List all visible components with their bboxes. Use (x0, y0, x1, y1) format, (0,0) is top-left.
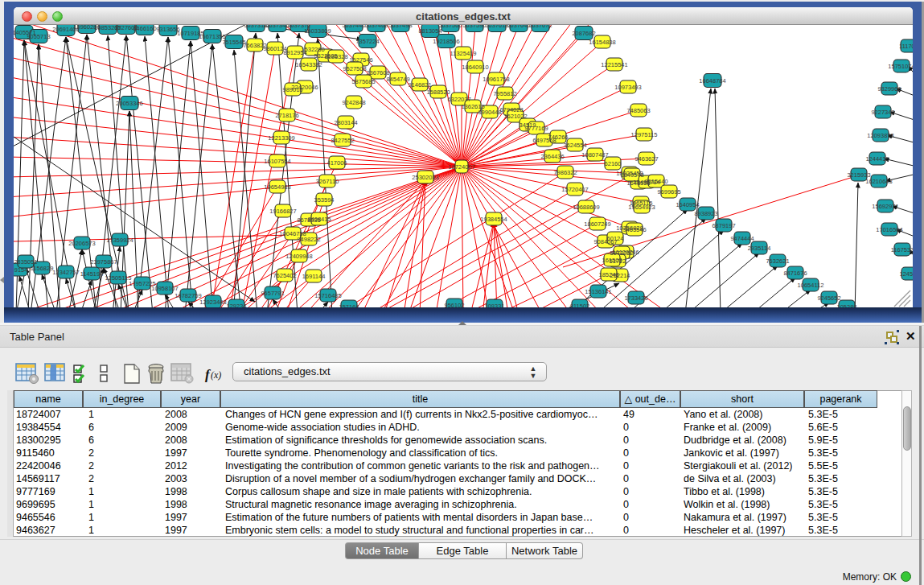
svg-text:1527546: 1527546 (349, 56, 372, 64)
svg-text:9474444: 9474444 (730, 235, 754, 242)
svg-text:109331: 109331 (484, 303, 504, 308)
svg-text:10958107: 10958107 (151, 285, 178, 292)
svg-text:9329966: 9329966 (877, 85, 901, 93)
svg-text:60124: 60124 (607, 235, 624, 242)
svg-text:12342757: 12342757 (52, 269, 79, 276)
svg-text:9498222: 9498222 (297, 236, 320, 243)
svg-text:7986322: 7986322 (553, 169, 577, 176)
svg-text:10973493: 10973493 (614, 84, 641, 91)
svg-text:17016504: 17016504 (876, 226, 902, 233)
svg-text:2364436: 2364436 (540, 153, 564, 160)
svg-text:8186328: 8186328 (324, 53, 347, 60)
svg-text:10807487: 10807487 (581, 151, 608, 159)
svg-text:5637645: 5637645 (507, 25, 530, 29)
svg-text:5637468: 5637468 (364, 25, 388, 29)
svg-text:19166827: 19166827 (269, 208, 296, 215)
svg-text:157164: 157164 (339, 303, 359, 308)
svg-text:23975867: 23975867 (90, 258, 117, 266)
svg-text:6879197: 6879197 (712, 222, 735, 229)
svg-text:5875685: 5875685 (351, 78, 375, 85)
svg-text:3215933: 3215933 (847, 171, 870, 179)
svg-text:956102: 956102 (444, 302, 464, 308)
svg-text:6322037: 6322037 (447, 96, 470, 103)
svg-text:16543382: 16543382 (295, 61, 322, 68)
svg-text:20053346: 20053346 (116, 100, 142, 107)
svg-text:19654983: 19654983 (264, 183, 290, 191)
svg-text:9146821: 9146821 (408, 81, 431, 89)
svg-text:19218506: 19218506 (433, 38, 459, 45)
svg-text:2087682: 2087682 (572, 30, 595, 37)
svg-text:8990448: 8990448 (478, 109, 501, 116)
svg-text:111702: 111702 (899, 43, 913, 50)
svg-text:8471676: 8471676 (783, 270, 807, 277)
svg-text:20206573: 20206573 (68, 240, 95, 247)
svg-text:12213309: 12213309 (268, 134, 294, 142)
svg-text:9245652: 9245652 (817, 295, 840, 302)
svg-text:8427552: 8427552 (331, 137, 354, 144)
svg-text:2718176: 2718176 (275, 112, 298, 119)
svg-text:746266: 746266 (548, 134, 568, 141)
svg-text:12409948: 12409948 (285, 253, 312, 260)
svg-text:12093873: 12093873 (867, 132, 893, 139)
svg-text:7485063: 7485063 (626, 107, 650, 114)
svg-text:16033809: 16033809 (304, 27, 331, 35)
svg-text:3624554: 3624554 (563, 142, 586, 149)
svg-text:10961758: 10961758 (483, 76, 509, 83)
svg-text:353594: 353594 (314, 196, 334, 204)
svg-text:9313656: 9313656 (156, 26, 179, 33)
svg-text:18640910: 18640910 (462, 64, 488, 71)
svg-text:12215541: 12215541 (601, 61, 627, 68)
svg-text:17359924: 17359924 (106, 237, 133, 244)
svg-text:11325419: 11325419 (450, 50, 477, 57)
svg-text:989016: 989016 (282, 86, 302, 93)
svg-text:9777169: 9777169 (524, 125, 548, 132)
svg-text:124501: 124501 (899, 270, 913, 278)
svg-text:5637560: 5637560 (438, 25, 462, 29)
svg-text:15136141: 15136141 (585, 288, 611, 295)
svg-text:5637672: 5637672 (528, 25, 552, 29)
svg-text:417006: 417006 (326, 159, 347, 167)
svg-text:5637590: 5637590 (462, 25, 486, 29)
svg-text:1849578: 1849578 (620, 171, 643, 179)
svg-text:12923448: 12923448 (199, 299, 226, 306)
svg-text:1621022: 1621022 (503, 113, 527, 120)
svg-text:(x): (x) (211, 369, 221, 381)
svg-text:5637440: 5637440 (342, 25, 365, 29)
svg-text:8938923: 8938923 (694, 210, 717, 217)
svg-text:9657791: 9657791 (261, 290, 284, 297)
svg-text:6466160: 6466160 (133, 25, 156, 32)
svg-text:25302033: 25302033 (412, 174, 438, 181)
svg-text:1167533: 1167533 (891, 246, 913, 253)
svg-text:15716485: 15716485 (314, 292, 341, 299)
svg-text:7357224: 7357224 (355, 38, 379, 45)
svg-text:18724007: 18724007 (448, 163, 474, 171)
svg-text:16648784: 16648784 (699, 77, 725, 84)
svg-text:8454749: 8454749 (386, 76, 409, 83)
svg-text:9465546: 9465546 (622, 226, 646, 233)
svg-text:1733426: 1733426 (624, 295, 647, 302)
svg-text:15751074: 15751074 (888, 63, 913, 70)
svg-text:1145194: 1145194 (80, 270, 104, 278)
svg-text:5637345: 5637345 (265, 25, 289, 29)
svg-text:7955812: 7955812 (493, 90, 516, 97)
svg-text:1244415: 1244415 (865, 155, 889, 163)
svg-text:3267110: 3267110 (316, 178, 339, 185)
svg-text:7632621: 7632621 (766, 257, 789, 265)
svg-text:16782759: 16782759 (175, 292, 201, 299)
svg-text:5172252: 5172252 (610, 249, 633, 257)
svg-text:5637498: 5637498 (388, 25, 412, 29)
svg-text:1691144: 1691144 (302, 273, 326, 280)
svg-text:39154: 39154 (14, 266, 27, 274)
svg-text:5637318: 5637318 (244, 25, 267, 29)
svg-text:9227342: 9227342 (871, 109, 894, 116)
svg-text:105288: 105288 (836, 303, 856, 308)
svg-text:8408415: 8408415 (307, 216, 331, 223)
svg-text:811502: 811502 (570, 303, 589, 308)
svg-text:16107554: 16107554 (264, 158, 290, 165)
svg-text:5637618: 5637618 (485, 25, 508, 29)
svg-text:1640954: 1640954 (676, 201, 699, 208)
svg-text:16154838: 16154838 (589, 39, 615, 46)
svg-text:18607249: 18607249 (584, 220, 610, 228)
svg-text:129234: 129234 (226, 303, 246, 308)
svg-text:12975115: 12975115 (631, 131, 658, 138)
